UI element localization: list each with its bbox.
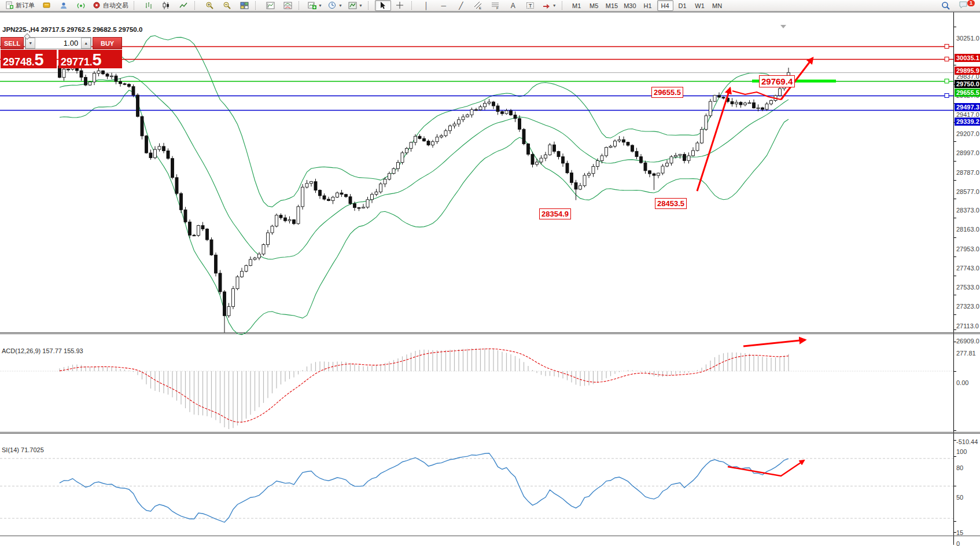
cursor-button[interactable]	[375, 0, 391, 11]
linec-icon	[179, 1, 188, 10]
new-order-button[interactable]: 新订单	[3, 0, 37, 11]
toolbar-item-label: H1	[644, 2, 652, 9]
chart-shift-marker[interactable]	[780, 25, 786, 28]
fibonacci-button[interactable]: F	[488, 0, 504, 11]
toolbar: 新订单自动交易▼▼▼│─╱EFAT▼M1M5M15M30H1H4D1W1MN1	[0, 0, 980, 12]
toolbar-separator	[134, 1, 138, 10]
indicator-window-button[interactable]	[279, 0, 296, 11]
tool-glyph: ─	[441, 2, 447, 10]
timeframe-w1-button[interactable]: W1	[692, 0, 708, 11]
crosshair-button[interactable]	[392, 0, 408, 11]
buy-price[interactable]: 29771.5	[58, 50, 122, 68]
chart-title: JPN225-,H4 29717.5 29762.5 29682.5 29750…	[2, 26, 142, 33]
toolbar-separator	[299, 1, 303, 10]
timeframe-m15-button[interactable]: M15	[603, 0, 620, 11]
one-click-trading-panel: SELL ▼ ▲ BUY 29748.5 29771.5	[1, 37, 122, 68]
signal-icon	[77, 1, 86, 10]
horizontal-level-lines[interactable]	[0, 45, 953, 111]
dropdown-caret-icon: ▼	[552, 3, 557, 8]
text-label-button[interactable]: T	[522, 0, 539, 11]
clock-icon	[328, 1, 337, 10]
shapes-button[interactable]: ▼	[540, 0, 559, 11]
candlesticks	[58, 60, 790, 333]
level-line-handle[interactable]	[945, 45, 949, 49]
vertical-line-button[interactable]: │	[418, 0, 434, 11]
tool-glyph: │	[424, 2, 429, 10]
search-icon	[941, 1, 950, 10]
chart-canvas[interactable]	[0, 12, 980, 546]
chat-icon	[959, 0, 968, 9]
labelT-icon: T	[526, 1, 535, 10]
neworder-icon	[5, 1, 14, 10]
macd-arrow-annotation[interactable]	[743, 340, 805, 346]
profiles-icon[interactable]	[56, 0, 72, 11]
dropdown-caret-icon: ▼	[359, 3, 363, 8]
timeframe-m30-button[interactable]: M30	[621, 0, 638, 11]
horizontal-line-button[interactable]: ─	[436, 0, 452, 11]
toolbar-item-label: W1	[695, 2, 705, 9]
toolbar-item-label: D1	[679, 2, 687, 9]
level-line-handle[interactable]	[945, 79, 949, 83]
price-callout[interactable]: 28354.9	[539, 208, 571, 219]
toolbar-separator	[411, 1, 415, 10]
indicators-button[interactable]	[262, 0, 278, 11]
tool-glyph: ╱	[459, 2, 463, 10]
gold-icon	[42, 1, 51, 10]
volume-stepper: ▼ ▲	[25, 37, 91, 49]
candlestick-chart-button[interactable]	[158, 0, 174, 11]
equidistant-channel-button[interactable]: E	[470, 0, 487, 11]
toolbar-item-label: 自动交易	[103, 1, 128, 10]
tiles-icon	[240, 1, 249, 10]
toolbar-separator	[194, 1, 198, 10]
trendline-button[interactable]: ╱	[453, 0, 469, 11]
line-chart-button[interactable]	[175, 0, 191, 11]
toolbar-item-label: M5	[590, 2, 598, 9]
autotrading-button[interactable]: 自动交易	[90, 0, 131, 11]
price-callout[interactable]: 29769.4	[759, 75, 795, 87]
periods-button[interactable]: ▼	[326, 0, 345, 11]
sell-price[interactable]: 29748.5	[1, 50, 57, 68]
svg-text:E: E	[479, 6, 481, 10]
bars-icon	[145, 1, 153, 10]
buy-button[interactable]: BUY	[93, 37, 122, 49]
toolbar-separator	[368, 1, 372, 10]
timeframe-d1-button[interactable]: D1	[675, 0, 691, 11]
timeframe-h4-button[interactable]: H4	[657, 0, 673, 11]
zoom-in-button[interactable]	[201, 0, 218, 11]
toolbar-item-label: H4	[661, 2, 669, 9]
zoomout-icon	[223, 1, 231, 10]
zoom-out-button[interactable]	[219, 0, 235, 11]
tile-windows-button[interactable]	[236, 0, 252, 11]
bollinger-bands	[60, 36, 789, 335]
price-callout[interactable]: 29655.5	[651, 87, 683, 98]
timeframe-m5-button[interactable]: M5	[586, 0, 602, 11]
timeframe-m1-button[interactable]: M1	[569, 0, 585, 11]
search-icon[interactable]	[938, 0, 954, 11]
tmpl-icon	[348, 1, 357, 10]
toolbar-item-label: M1	[572, 2, 581, 9]
volume-input[interactable]	[35, 38, 81, 49]
addind-icon	[308, 1, 316, 10]
editor-icon[interactable]	[38, 0, 54, 11]
timeframe-mn-button[interactable]: MN	[709, 0, 725, 11]
add-indicator-button[interactable]: ▼	[305, 0, 325, 11]
macd-histogram	[60, 348, 789, 429]
level-line-handle[interactable]	[945, 57, 949, 61]
rsi-arrow-annotation[interactable]	[728, 460, 804, 476]
bar-chart-button[interactable]	[141, 0, 157, 11]
templates-button[interactable]: ▼	[346, 0, 365, 11]
text-button[interactable]: A	[505, 0, 521, 11]
cross-icon	[396, 1, 404, 10]
volume-increase-button[interactable]: ▲	[81, 38, 91, 49]
trend-annotations[interactable]	[697, 58, 813, 476]
price-callout[interactable]: 28453.5	[655, 198, 687, 209]
alerts-icon[interactable]	[73, 0, 89, 11]
level-line-handle[interactable]	[945, 94, 949, 98]
tool-glyph: A	[511, 2, 515, 10]
sell-button[interactable]: SELL	[1, 37, 24, 49]
zigzag-annotation[interactable]	[732, 91, 781, 100]
profile-icon	[60, 1, 68, 10]
rsi-line	[60, 453, 789, 522]
timeframe-h1-button[interactable]: H1	[640, 0, 656, 11]
candles-icon	[162, 1, 171, 10]
